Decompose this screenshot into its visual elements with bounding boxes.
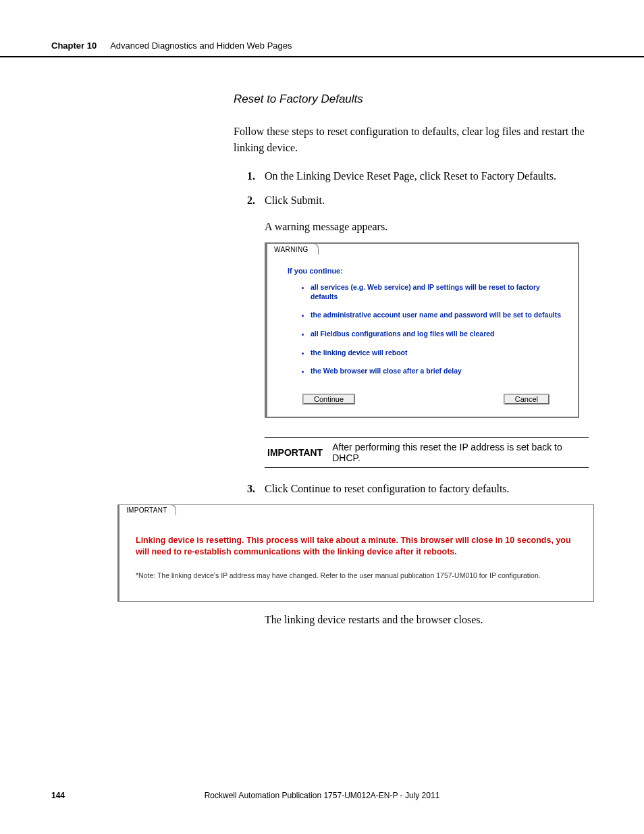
- page-content: Reset to Factory Defaults Follow these s…: [0, 93, 644, 626]
- important-panel: IMPORTANT Linking device is resetting. T…: [117, 504, 594, 602]
- intro-paragraph: Follow these steps to reset configuratio…: [234, 124, 593, 156]
- step-2: Click Submit.: [247, 192, 593, 209]
- warning-item: the administrative account user name and…: [311, 311, 564, 320]
- cancel-button[interactable]: Cancel: [504, 394, 549, 405]
- warning-panel: WARNING If you continue: all services (e…: [265, 242, 579, 418]
- warning-item: the linking device will reboot: [311, 348, 564, 358]
- page-footer: 144 Rockwell Automation Publication 1757…: [51, 791, 593, 800]
- warning-tab-label: WARNING: [267, 243, 319, 255]
- closing-text: The linking device restarts and the brow…: [265, 614, 593, 626]
- step-number: 3.: [247, 483, 255, 495]
- important-tab-label: IMPORTANT: [119, 504, 176, 515]
- important-callout-text: After performing this reset the IP addre…: [332, 442, 586, 463]
- step-3-text: Click Continue to reset configuration to…: [265, 483, 510, 494]
- warning-item: the Web browser will close after a brief…: [311, 367, 564, 376]
- page-number: 144: [51, 791, 65, 800]
- chapter-title: Advanced Diagnostics and Hidden Web Page…: [110, 41, 292, 51]
- ip-note: *Note: The linking device's IP address m…: [136, 571, 581, 579]
- step-3: 3. Click Continue to reset configuration…: [247, 483, 593, 495]
- resetting-message: Linking device is resetting. This proces…: [136, 535, 581, 558]
- chapter-label: Chapter 10: [51, 41, 97, 51]
- page-header: Chapter 10 Advanced Diagnostics and Hidd…: [0, 0, 644, 57]
- continue-button[interactable]: Continue: [302, 394, 355, 405]
- step-list: On the Linking Device Reset Page, click …: [247, 168, 593, 209]
- publication-info: Rockwell Automation Publication 1757-UM0…: [205, 791, 440, 800]
- important-callout: IMPORTANT After performing this reset th…: [265, 437, 589, 468]
- warning-item: all Fieldbus configurations and log file…: [311, 330, 564, 339]
- important-label: IMPORTANT: [267, 447, 323, 458]
- step-list-continued: 3. Click Continue to reset configuration…: [247, 483, 593, 495]
- section-title: Reset to Factory Defaults: [234, 93, 593, 106]
- warning-list: all services (e.g. Web service) and IP s…: [311, 283, 564, 376]
- warning-item: all services (e.g. Web service) and IP s…: [311, 283, 564, 301]
- step-2-result: A warning message appears.: [265, 221, 593, 233]
- step-1: On the Linking Device Reset Page, click …: [247, 168, 593, 184]
- warning-heading: If you continue:: [288, 267, 564, 275]
